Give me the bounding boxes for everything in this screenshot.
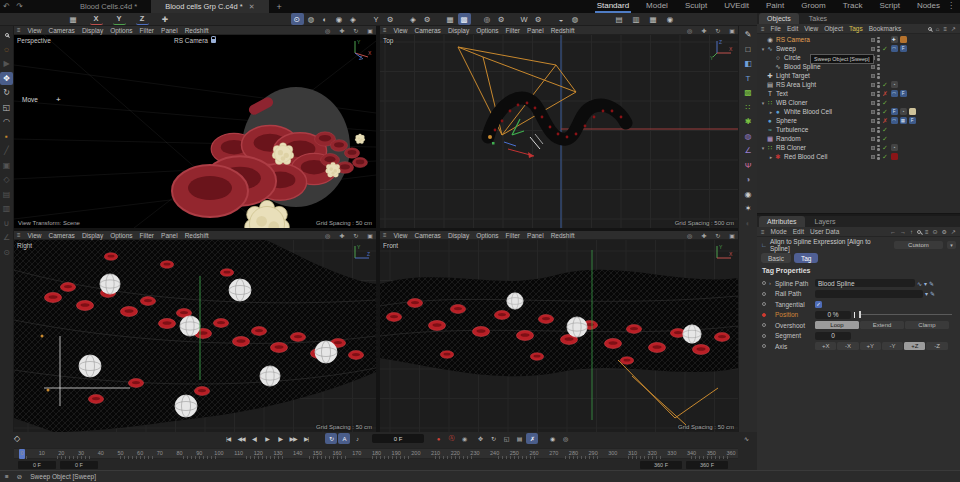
keyframe-selection-icon[interactable]: ◉: [458, 433, 470, 444]
tree-row[interactable]: ●Sphere✗◠▦F: [757, 116, 960, 125]
enable-toggle[interactable]: [871, 137, 875, 141]
undo-icon[interactable]: ↶: [0, 2, 13, 11]
record-keyframe-icon[interactable]: ●: [432, 433, 444, 444]
viewport-menu-icon[interactable]: ≡: [383, 232, 387, 238]
simulate-icon[interactable]: ⊙: [291, 13, 304, 25]
slider-handle[interactable]: [859, 311, 861, 318]
layout-mode-standard[interactable]: Standard: [595, 0, 631, 13]
objects-menu-file[interactable]: File: [771, 25, 781, 32]
viewport-menu-filter[interactable]: Filter: [140, 232, 154, 239]
goto-start-icon[interactable]: |◀: [222, 433, 234, 444]
layout-mode-track[interactable]: Track: [841, 0, 865, 13]
view-rotate-icon[interactable]: ↻: [353, 27, 358, 34]
objects-menu-bookmarks[interactable]: Bookmarks: [869, 25, 902, 32]
visibility-dots[interactable]: [877, 91, 880, 97]
option-loop[interactable]: Loop: [815, 321, 859, 329]
attributes-menu-edit[interactable]: Edit: [793, 228, 804, 235]
enable-toggle[interactable]: [871, 65, 875, 69]
tree-row[interactable]: ≈Turbulence✓: [757, 125, 960, 134]
rope-icon[interactable]: ◉: [333, 13, 346, 25]
viewport-menu-view[interactable]: View: [394, 27, 408, 34]
option-plusminus-z[interactable]: +Z: [904, 342, 925, 350]
visibility-dots[interactable]: [877, 73, 880, 79]
enable-toggle[interactable]: [871, 119, 875, 123]
visibility-dots[interactable]: [877, 100, 880, 106]
forward-icon[interactable]: →: [900, 229, 906, 235]
field-icon[interactable]: ✎: [929, 280, 934, 287]
primitive-cube-icon[interactable]: ◧: [742, 57, 755, 70]
tree-row[interactable]: ▸●White Blood Cell✓F◔: [757, 107, 960, 116]
enable-toggle[interactable]: [871, 83, 875, 87]
generator-icon[interactable]: ▩: [742, 86, 755, 99]
render-view-icon[interactable]: ▤: [613, 13, 626, 25]
viewport-menu-panel[interactable]: Panel: [527, 232, 544, 239]
object-tag[interactable]: F: [891, 108, 898, 115]
right-canvas[interactable]: Right Y Z Grid Spacing : 50 cm: [14, 240, 376, 432]
viewport-menu-display[interactable]: Display: [448, 232, 469, 239]
range-start-field[interactable]: 0 F: [60, 461, 98, 469]
perspective-canvas[interactable]: Perspective RS Camera Move+ Y X Z View T…: [14, 35, 376, 228]
front-canvas[interactable]: Front Y X Grid Spacing : 50 cm: [380, 240, 738, 432]
field-icon[interactable]: ◍: [742, 130, 755, 143]
preset-dropdown-arrow-icon[interactable]: ▾: [947, 241, 956, 249]
keyframe-presets-icon[interactable]: ◉: [546, 433, 558, 444]
attributes-menu-mode[interactable]: Mode: [771, 228, 787, 235]
enable-toggle[interactable]: [871, 155, 875, 159]
disabled-cross-icon[interactable]: ✗: [882, 117, 889, 125]
active-camera-label[interactable]: RS Camera: [14, 37, 376, 44]
visibility-dots[interactable]: [877, 109, 880, 115]
settings-icon[interactable]: ⚙: [942, 228, 947, 235]
range-end-field[interactable]: 360 F: [640, 461, 682, 469]
tree-row[interactable]: ▤RS Area Light✓◔: [757, 80, 960, 89]
view-rotate-icon[interactable]: ↻: [715, 27, 720, 34]
material-tag[interactable]: [891, 153, 898, 160]
volume-settings-icon[interactable]: ◍: [569, 13, 582, 25]
spline-pen-icon[interactable]: ✎: [742, 28, 755, 41]
objects-menu-object[interactable]: Object: [824, 25, 843, 32]
option-minus-z[interactable]: -Z: [926, 342, 947, 350]
viewport-menu-icon[interactable]: ≡: [17, 27, 21, 33]
sound-icon[interactable]: ♪: [351, 433, 363, 444]
popout-icon[interactable]: ↗: [951, 25, 956, 32]
keyframe-dot[interactable]: [762, 323, 766, 327]
camera-object-icon[interactable]: ◉: [742, 188, 755, 201]
viewport-menu-panel[interactable]: Panel: [527, 27, 544, 34]
viewport-menu-view[interactable]: View: [28, 232, 42, 239]
lock-icon[interactable]: ⊙: [933, 228, 938, 235]
expand-icon[interactable]: ›: [769, 280, 771, 286]
stage-object-icon[interactable]: ◐: [742, 217, 755, 230]
object-tag[interactable]: F: [900, 45, 907, 52]
keyframe-dot[interactable]: [762, 334, 766, 338]
character-icon[interactable]: Y: [370, 13, 383, 25]
rig-settings-icon[interactable]: ⚙: [421, 13, 434, 25]
layout-mode-model[interactable]: Model: [644, 0, 670, 13]
view-rotate-icon[interactable]: ↻: [353, 232, 358, 239]
model-mode-icon[interactable]: ◇: [0, 173, 13, 186]
view-maximize-icon[interactable]: ▣: [367, 232, 373, 239]
viewport-menu-view[interactable]: View: [394, 232, 408, 239]
grid-icon[interactable]: ▦: [444, 13, 457, 25]
viewport-menu-redshift[interactable]: Redshift: [551, 27, 575, 34]
visibility-dots[interactable]: [877, 55, 880, 61]
document-tab[interactable]: Blood Cells.c4d *: [66, 0, 151, 13]
play-icon[interactable]: ▶: [261, 433, 273, 444]
panel-menu-icon[interactable]: ≡: [761, 229, 765, 235]
checkbox[interactable]: ✓: [815, 301, 822, 308]
current-frame-field[interactable]: 0 F: [372, 434, 424, 443]
goto-end-icon[interactable]: ▶|: [300, 433, 312, 444]
link-field-rail-path[interactable]: [815, 290, 923, 298]
material-tag[interactable]: [900, 36, 907, 43]
tree-row[interactable]: ▾∷WB Cloner✓: [757, 98, 960, 107]
lock-y-axis[interactable]: Y: [113, 13, 126, 25]
scale-tool-icon[interactable]: ◱: [0, 101, 13, 114]
keyframe-dot[interactable]: [762, 313, 766, 317]
rotate-tool-icon[interactable]: ↻: [0, 86, 13, 99]
enable-toggle[interactable]: [871, 101, 875, 105]
viewport-menu-display[interactable]: Display: [82, 232, 103, 239]
spline-tools-icon[interactable]: ◠: [0, 115, 13, 128]
quantize-icon[interactable]: ∠: [0, 231, 13, 244]
object-tag[interactable]: ✚: [891, 36, 898, 43]
prev-frame-icon[interactable]: ◀|: [248, 433, 260, 444]
enable-toggle[interactable]: [871, 47, 875, 51]
visibility-dots[interactable]: [877, 136, 880, 142]
